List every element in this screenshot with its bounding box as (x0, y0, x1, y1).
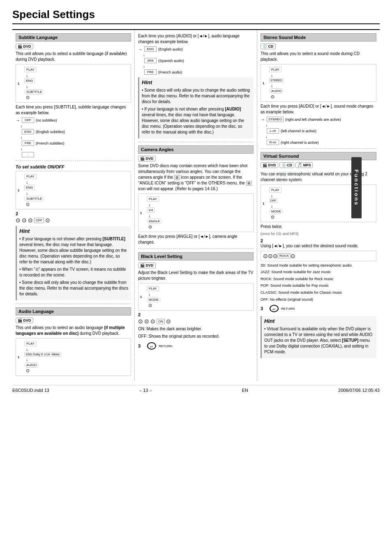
cd-badge-stereo: CD (261, 44, 276, 49)
vs-step1-num: 1 (263, 202, 267, 205)
vs-press-twice: Press twice. (261, 224, 376, 230)
date-info: 2006/07/06 12:05:43 (338, 388, 380, 393)
to-set-step2-num: 2 (16, 211, 18, 216)
audio-flow-row-3: → FRE (French audio) (138, 69, 254, 75)
hint3-title: Hint (264, 318, 374, 325)
sound-modes-list: 3D: Sound mode suitable for setting ster… (261, 263, 376, 302)
angle-display: 1/4 (147, 207, 154, 213)
audio-play-btn: PLAY (24, 341, 37, 346)
hint2-item2: • If your language is not shown after pr… (142, 106, 251, 135)
lch-badge: L-ch (267, 128, 279, 134)
stereo-flow-row-3: → R-ch (right channel is active) (261, 140, 376, 145)
file-info: E6C0SUD.indd 13 (12, 388, 49, 393)
camera-desc: Each time you press [ANGLE] or [◄/►], ca… (138, 234, 254, 245)
divider1 (16, 161, 131, 161)
black-level-intro: Adjust the Black Level Setting to make t… (138, 270, 254, 281)
hint1-item2: • When "⊙" appears on the TV screen, it … (19, 267, 129, 278)
black-level-step1-diagram: 1 PLAY ↓ MODE ⊙ (138, 283, 254, 311)
subtitle-setting: ENG (24, 78, 35, 83)
bl-on-indicator: ON (157, 319, 165, 324)
bl-step1-num: 1 (140, 295, 145, 299)
hint1-item3: • Some discs will only allow you to chan… (19, 280, 129, 297)
to-set-diagram: 1 PLAY ↓ ENG ↓ SUBTITLE ⊙ (16, 171, 131, 210)
cd-badge-vs: CD (279, 162, 295, 168)
hint-box-3: Hint • Virtual Surround is available onl… (261, 316, 376, 358)
hint3-item1: • Virtual Surround is available only whe… (264, 326, 374, 355)
sound-mode-off: OFF: No effects (original sound) (261, 297, 376, 302)
black-level-header: Black Level Setting (138, 252, 254, 260)
bl-mode-btn: MODE (147, 297, 161, 302)
hint-box-1: Hint • If your language is not shown aft… (16, 226, 131, 300)
sound-mode-classic: CLASSIC: Sound mode suitable for Classic… (261, 290, 376, 295)
hint2-item1: • Some discs will only allow you to chan… (142, 88, 251, 105)
hint1-item1: • If your language is not shown after pr… (19, 236, 129, 265)
bl-off-desc: OFF: Shows the original picture as recor… (138, 334, 254, 339)
eng-subtitle-badge: ENG (22, 129, 34, 134)
subtitle-flow: → OFF (no subtitles) ↓ → ENG (English su… (16, 117, 131, 157)
vs-step3-row: 3 ↩ RETURN (261, 304, 376, 313)
stereo-badge: STEREO (267, 117, 284, 122)
audio-lang-flow: → ENG (English audio) ↓ → SPA (Spanish a… (138, 46, 254, 75)
sound-mode-rock: ROCK: Sound mode suitable for Rock music (261, 276, 376, 282)
camera-step1-diagram: 1 PLAY ↓ 1/4 ↓ ANGLE ⊙ (138, 193, 254, 232)
bl-step3-row: 3 ↩ RETURN (138, 341, 254, 351)
audio-btn: AUDIO (24, 362, 39, 368)
subtitle-flow-row-1: → OFF (no subtitles) (16, 117, 131, 123)
off-indicator: OFF (34, 218, 44, 223)
to-set-step2-row: 2 ⊙ ⊙ ⊙ OFF ⊙ (16, 211, 131, 223)
to-set-setting: ENG (24, 185, 35, 190)
divider2 (16, 304, 131, 304)
stereo-flow: → STEREO (right and left channels are ac… (261, 117, 376, 145)
sound-mode-jazz: JAZZ: Sound mode suitable for Jazz music (261, 269, 376, 275)
vs-step2-desc: Using [◄/►], you can select the desired … (261, 243, 376, 249)
audio-step1-num: 1 (18, 355, 23, 359)
subtitle-flow-row-3: → FRE (French subtitles) (16, 140, 131, 146)
subtitle-flow-more: → : (16, 152, 131, 157)
stereo-desc: Each time you press [AUDIO] or [◄/►], so… (261, 104, 376, 115)
fre-audio-badge: FRE (144, 69, 157, 75)
vs-return-label: RETURN (281, 307, 295, 311)
divider3 (138, 142, 254, 142)
subtitle-step1-diagram: 1 PLAY ↓ ENG ↓ SUBTITLE ⊙ (16, 64, 131, 103)
hint-box-2: Hint • Some discs will only allow you to… (138, 77, 254, 138)
eng-audio-desc: (English audio) (158, 47, 183, 51)
camera-angles-header: Camera Angles (138, 145, 254, 154)
stereo-step1-diagram: 1 PLAY ↓ STEREO ↓ AUDIO ⊙ (261, 64, 376, 102)
mp3-badge-vs: MP3 (295, 162, 313, 168)
stereo-badge-desc: (right and left channels are active) (285, 117, 341, 122)
main-grid: Subtitle Language DVD This unit allows y… (12, 29, 380, 381)
angle-btn: ANGLE (147, 219, 162, 224)
rch-badge: R-ch (267, 140, 279, 145)
stereo-flow-row-2: → L-ch (left channel is active) (261, 128, 376, 134)
dvd-badge-audio: DVD (16, 318, 33, 323)
audio-step1-diagram: 1 PLAY ↓ ENG Dolby D 1/1A: 48kHz ↓ AUDIO (16, 338, 131, 376)
audio-intro: This unit allows you to select an audio … (16, 325, 131, 336)
stereo-display: STEREO (269, 78, 284, 83)
vs-step2: 2 Using [◄/►], you can select the desire… (261, 238, 376, 249)
off-desc: (no subtitles) (36, 118, 57, 122)
subtitle-intro: This unit allows you to select a subtitl… (16, 51, 131, 62)
rch-desc: (right channel is active) (281, 140, 319, 145)
stereo-intro: This unit allows you to select a sound m… (261, 51, 376, 62)
page-num: – 13 – (139, 388, 152, 393)
sound-mode-diagram: ⊙ ⊙ ⊙ ROCK ⊙ (261, 251, 376, 261)
sound-mode-3d: 3D: Sound mode suitable for setting ster… (261, 263, 376, 268)
footer-lang: EN (242, 388, 248, 393)
col1: Subtitle Language DVD This unit allows y… (12, 30, 135, 381)
to-set-subtitle-btn: SUBTITLE (24, 196, 44, 201)
col2: Each time you press [AUDIO] or [◄/►], au… (135, 30, 257, 381)
page-footer: E6C0SUD.indd 13 – 13 – EN 2006/07/06 12:… (12, 385, 380, 393)
hint2-title: Hint (142, 79, 251, 86)
dvd-badge-subtitle: DVD (16, 44, 33, 49)
hint1-title: Hint (19, 228, 129, 235)
bl-on-desc: ON: Makes the dark areas brighter. (138, 326, 254, 332)
sound-mode-row: ⊙ ⊙ ⊙ ROCK ⊙ (263, 253, 374, 259)
play-btn: PLAY (24, 67, 37, 72)
dvd-badge-camera: DVD (138, 156, 156, 161)
audio-flow-row-1: → ENG (English audio) (138, 46, 254, 52)
vs-play-btn: PLAY (269, 187, 281, 193)
rock-indicator: ROCK (278, 253, 291, 258)
to-set-title: To set subtitle ON/OFF (16, 164, 131, 169)
stereo-step1-num: 1 (263, 81, 267, 85)
bl-step2-row: 2 ⊙ ⊙ ⊙ ON ⊙ (138, 312, 254, 325)
